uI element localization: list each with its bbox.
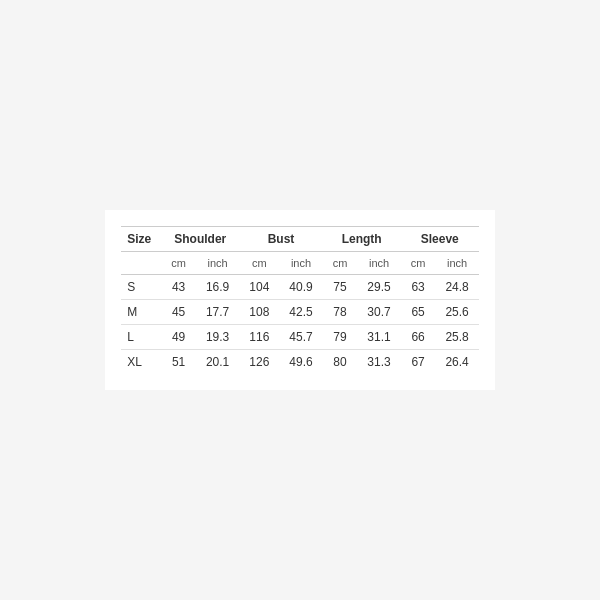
bust-header: Bust	[239, 227, 322, 252]
row-1-cell-3: 108	[239, 300, 279, 325]
row-0-cell-2: 16.9	[196, 275, 239, 300]
row-2-cell-6: 31.1	[357, 325, 400, 350]
shoulder-inch-subheader: inch	[196, 252, 239, 275]
row-3-cell-5: 80	[323, 350, 358, 375]
row-2-cell-0: L	[121, 325, 161, 350]
row-0-cell-8: 24.8	[435, 275, 478, 300]
table-row: L4919.311645.77931.16625.8	[121, 325, 479, 350]
length-header: Length	[323, 227, 401, 252]
row-3-cell-4: 49.6	[279, 350, 322, 375]
table-row: S4316.910440.97529.56324.8	[121, 275, 479, 300]
row-1-cell-4: 42.5	[279, 300, 322, 325]
row-1-cell-5: 78	[323, 300, 358, 325]
subheader-row: cm inch cm inch cm inch cm inch	[121, 252, 479, 275]
row-2-cell-8: 25.8	[435, 325, 478, 350]
shoulder-header: Shoulder	[161, 227, 239, 252]
length-cm-subheader: cm	[323, 252, 358, 275]
table-row: XL5120.112649.68031.36726.4	[121, 350, 479, 375]
row-3-cell-6: 31.3	[357, 350, 400, 375]
row-2-cell-2: 19.3	[196, 325, 239, 350]
size-chart-table: Size Shoulder Bust Length Sleeve cm inch…	[121, 226, 479, 374]
row-3-cell-1: 51	[161, 350, 196, 375]
row-3-cell-3: 126	[239, 350, 279, 375]
shoulder-cm-subheader: cm	[161, 252, 196, 275]
row-3-cell-7: 67	[401, 350, 436, 375]
row-2-cell-7: 66	[401, 325, 436, 350]
row-0-cell-3: 104	[239, 275, 279, 300]
size-subheader	[121, 252, 161, 275]
row-1-cell-2: 17.7	[196, 300, 239, 325]
sleeve-inch-subheader: inch	[435, 252, 478, 275]
row-2-cell-1: 49	[161, 325, 196, 350]
size-chart-container: Size Shoulder Bust Length Sleeve cm inch…	[105, 210, 495, 390]
row-0-cell-6: 29.5	[357, 275, 400, 300]
row-0-cell-1: 43	[161, 275, 196, 300]
row-1-cell-7: 65	[401, 300, 436, 325]
bust-cm-subheader: cm	[239, 252, 279, 275]
row-2-cell-3: 116	[239, 325, 279, 350]
row-0-cell-0: S	[121, 275, 161, 300]
row-0-cell-4: 40.9	[279, 275, 322, 300]
length-inch-subheader: inch	[357, 252, 400, 275]
row-3-cell-8: 26.4	[435, 350, 478, 375]
row-2-cell-4: 45.7	[279, 325, 322, 350]
row-1-cell-0: M	[121, 300, 161, 325]
bust-inch-subheader: inch	[279, 252, 322, 275]
row-1-cell-1: 45	[161, 300, 196, 325]
category-header-row: Size Shoulder Bust Length Sleeve	[121, 227, 479, 252]
sleeve-cm-subheader: cm	[401, 252, 436, 275]
row-0-cell-5: 75	[323, 275, 358, 300]
row-1-cell-8: 25.6	[435, 300, 478, 325]
row-3-cell-2: 20.1	[196, 350, 239, 375]
sleeve-header: Sleeve	[401, 227, 479, 252]
row-3-cell-0: XL	[121, 350, 161, 375]
row-2-cell-5: 79	[323, 325, 358, 350]
row-1-cell-6: 30.7	[357, 300, 400, 325]
size-chart-body: S4316.910440.97529.56324.8M4517.710842.5…	[121, 275, 479, 375]
table-row: M4517.710842.57830.76525.6	[121, 300, 479, 325]
row-0-cell-7: 63	[401, 275, 436, 300]
size-header: Size	[121, 227, 161, 252]
